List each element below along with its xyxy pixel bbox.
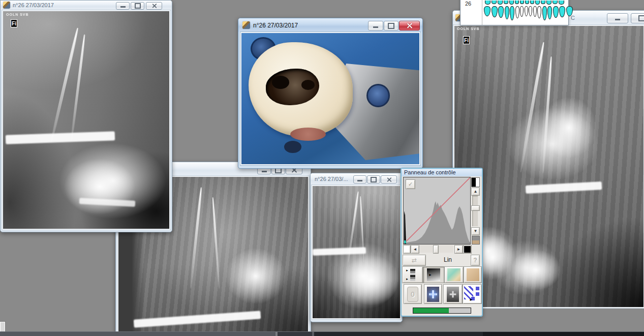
gradient-tool-button[interactable]: ► bbox=[423, 266, 444, 283]
levels-tool-button[interactable]: ► ► bbox=[402, 266, 423, 283]
white-point-swatch[interactable] bbox=[403, 245, 411, 254]
tooth[interactable] bbox=[520, 1, 524, 4]
clinical-photo[interactable] bbox=[240, 32, 420, 165]
vertical-slider-thumb[interactable] bbox=[471, 205, 480, 211]
scroll-up-button[interactable]: ▲ bbox=[471, 188, 480, 196]
tooth[interactable] bbox=[542, 6, 547, 20]
xray-artifact bbox=[526, 181, 602, 194]
reset-zero-button[interactable]: 0 bbox=[404, 284, 422, 304]
minimize-button[interactable] bbox=[607, 13, 628, 23]
close-button[interactable] bbox=[146, 2, 162, 10]
tooth[interactable] bbox=[520, 6, 524, 17]
close-button[interactable] bbox=[381, 175, 397, 184]
curve-checkbox[interactable]: ✓ bbox=[406, 179, 415, 189]
tooth[interactable] bbox=[484, 6, 490, 16]
scroll-down-button[interactable]: ▼ bbox=[471, 227, 480, 235]
reduce-plus-button[interactable] bbox=[443, 284, 463, 304]
pixel-icon bbox=[476, 287, 479, 290]
tooth[interactable] bbox=[515, 6, 519, 18]
control-panel-titlebar[interactable]: Panneau de contrôle bbox=[402, 169, 482, 176]
close-icon bbox=[407, 23, 412, 28]
scroll-left-button[interactable]: ◄ bbox=[411, 245, 419, 254]
xray-overlay-label: OOLN SVB bbox=[457, 27, 480, 30]
tooth[interactable] bbox=[510, 6, 514, 20]
close-icon bbox=[386, 177, 391, 181]
color-gradient-icon bbox=[447, 268, 461, 281]
vertical-slider-track[interactable] bbox=[472, 196, 478, 226]
titlebar-photo[interactable]: n°26 27/03/2017 bbox=[238, 18, 422, 32]
tooth[interactable] bbox=[559, 1, 564, 5]
tooth[interactable] bbox=[525, 1, 529, 4]
xray-artifact bbox=[50, 27, 79, 142]
tooth[interactable] bbox=[530, 1, 534, 4]
down-arrow-icon: ▼ bbox=[474, 229, 478, 233]
tooth-number-cell: 26 bbox=[461, 0, 482, 25]
tooth[interactable] bbox=[559, 6, 565, 17]
minimize-button[interactable] bbox=[116, 2, 130, 10]
close-button[interactable] bbox=[399, 21, 420, 30]
maximize-button[interactable] bbox=[631, 13, 644, 23]
tooth[interactable] bbox=[546, 1, 551, 5]
tooth[interactable] bbox=[498, 6, 504, 18]
minimize-button[interactable] bbox=[353, 175, 366, 184]
help-button[interactable]: ? bbox=[471, 255, 480, 266]
tooth[interactable] bbox=[509, 1, 514, 5]
window-small-xray[interactable]: n°26 27/03/... bbox=[310, 173, 403, 322]
photo-detail-canal bbox=[301, 80, 315, 90]
color-palette-button[interactable] bbox=[444, 266, 464, 283]
xray-artifact bbox=[541, 97, 597, 158]
taskbar-strip[interactable] bbox=[0, 331, 644, 336]
tooth[interactable] bbox=[553, 1, 558, 4]
desktop: C OOLN SVB Fi 26 bbox=[0, 0, 644, 336]
maximize-button[interactable] bbox=[367, 175, 380, 184]
maximize-icon bbox=[638, 15, 644, 21]
horizontal-slider-thumb[interactable] bbox=[433, 245, 439, 254]
tooth[interactable] bbox=[492, 6, 498, 17]
window-left-xray[interactable]: n°26 27/03/2017 OOLN SVB Fi bbox=[0, 0, 172, 232]
tone-swatch[interactable] bbox=[472, 236, 480, 245]
tooth[interactable] bbox=[492, 1, 497, 4]
tooth[interactable] bbox=[515, 1, 519, 4]
titlebar-left-xray[interactable]: n°26 27/03/2017 bbox=[1, 1, 172, 10]
maximize-button[interactable] bbox=[131, 2, 144, 10]
zero-icon: 0 bbox=[407, 287, 418, 302]
xray-image[interactable]: OOLN SVB Fi bbox=[2, 10, 170, 230]
tooth[interactable] bbox=[547, 6, 552, 19]
window-photo[interactable]: n°26 27/03/2017 bbox=[238, 18, 423, 169]
tooth[interactable] bbox=[535, 1, 540, 5]
dither-tool-button[interactable]: ► bbox=[463, 284, 482, 304]
photo-detail-canal bbox=[272, 76, 289, 89]
progress-fill bbox=[413, 308, 449, 313]
control-panel[interactable]: Panneau de contrôle ✓ ▲ ▼ ◄ ► ⇄ Lin ? bbox=[401, 168, 483, 317]
tooth[interactable] bbox=[504, 1, 508, 4]
xray-artifact bbox=[6, 131, 115, 144]
tooth[interactable] bbox=[537, 6, 541, 18]
white-level-swatch[interactable] bbox=[471, 177, 480, 187]
curve-mode-label[interactable]: Lin bbox=[426, 255, 470, 265]
tooth[interactable] bbox=[498, 1, 503, 5]
marker-arrow-icon: ► bbox=[406, 269, 409, 272]
xray-artifact bbox=[225, 248, 286, 304]
titlebar-small-xray[interactable]: n°26 27/03/... bbox=[311, 173, 402, 185]
film-marker: Fi bbox=[463, 36, 470, 44]
window-title: n°26 27/03/... bbox=[315, 176, 348, 182]
scroll-right-button[interactable]: ► bbox=[454, 245, 463, 254]
close-icon bbox=[151, 4, 156, 8]
maximize-button[interactable] bbox=[384, 21, 398, 30]
tooth[interactable] bbox=[553, 6, 559, 18]
black-point-swatch[interactable] bbox=[463, 245, 472, 254]
tooth[interactable] bbox=[485, 1, 490, 5]
tooth[interactable] bbox=[541, 1, 545, 4]
xray-image[interactable] bbox=[312, 185, 401, 319]
tooth[interactable] bbox=[505, 6, 509, 19]
tooth[interactable] bbox=[529, 6, 532, 16]
tooth[interactable] bbox=[525, 6, 528, 16]
minimize-button[interactable] bbox=[368, 21, 383, 30]
tooth[interactable] bbox=[533, 6, 537, 17]
tooth-chart-panel[interactable]: 26 bbox=[460, 0, 569, 25]
histogram[interactable]: ✓ bbox=[403, 177, 471, 245]
link-curves-button[interactable]: ⇄ bbox=[403, 255, 426, 266]
enhance-plus-button[interactable] bbox=[424, 284, 442, 304]
tooth[interactable] bbox=[566, 6, 573, 16]
sepia-palette-button[interactable] bbox=[464, 266, 482, 283]
